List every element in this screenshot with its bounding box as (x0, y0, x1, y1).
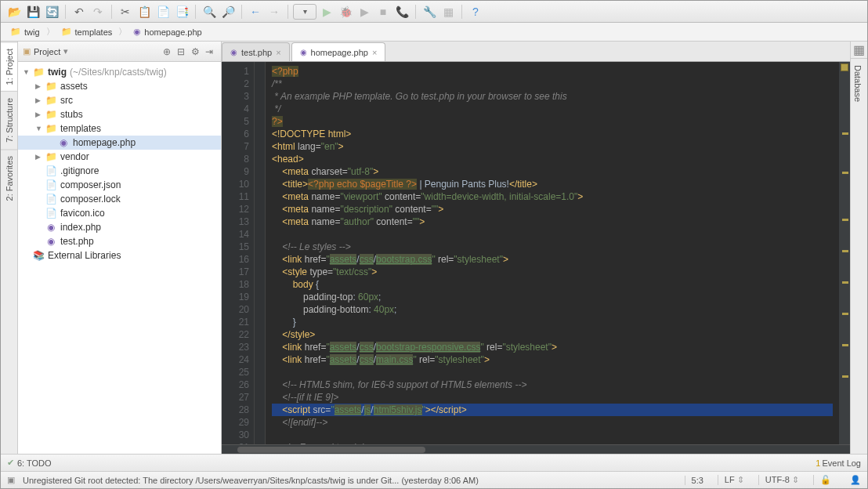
side-tab-favorites[interactable]: 2: Favorites (1, 149, 17, 207)
stop-icon[interactable]: ■ (374, 3, 392, 20)
analysis-status-icon[interactable] (841, 63, 848, 71)
layout-icon[interactable]: ▦ (439, 3, 457, 20)
tree-arrow-icon[interactable]: ▼ (35, 125, 45, 132)
find-replace-icon[interactable]: 🔎 (219, 3, 237, 20)
close-icon[interactable]: × (276, 48, 280, 57)
project-panel-header: ▣ Project ▾ ⊕ ⊟ ⚙ ⇥ (18, 42, 221, 62)
tree-item[interactable]: ◉homepage.php (18, 136, 221, 150)
tree-item[interactable]: ▶📁stubs (18, 107, 221, 121)
tree-item[interactable]: 📄.gitignore (18, 164, 221, 178)
tree-item[interactable]: 📄composer.lock (18, 192, 221, 206)
breadcrumb-item[interactable]: 📁twig (5, 25, 45, 38)
editor-tab[interactable]: ◉homepage.php× (291, 42, 386, 61)
folder-icon: 📁 (32, 67, 45, 78)
tree-label: templates (60, 123, 101, 134)
gear-icon[interactable]: ⚙ (188, 45, 202, 59)
event-log-tab[interactable]: Event Log (822, 458, 861, 468)
help-icon[interactable]: ? (467, 3, 484, 20)
paste-icon[interactable]: 📄 (154, 3, 172, 20)
tree-arrow-icon[interactable]: ▶ (35, 96, 45, 104)
tree-label: External Libraries (48, 250, 121, 261)
tree-item[interactable]: 📄composer.json (18, 178, 221, 192)
forward-icon[interactable]: → (266, 3, 283, 20)
run-config-dropdown[interactable]: ▾ (293, 4, 316, 20)
tree-item[interactable]: ◉test.php (18, 234, 221, 248)
run-icon[interactable]: ▶ (318, 3, 335, 20)
tree-item[interactable]: 📚External Libraries (18, 248, 221, 263)
listen-icon[interactable]: 📞 (393, 3, 410, 20)
warning-mark[interactable] (842, 172, 848, 174)
side-tab-project[interactable]: 1: Project (1, 42, 17, 91)
folder-icon: 📁 (45, 123, 57, 134)
warning-mark[interactable] (842, 313, 848, 315)
tree-item[interactable]: 📄favicon.ico (18, 206, 221, 220)
close-icon[interactable]: × (372, 48, 377, 57)
breadcrumb-item[interactable]: 📁templates (56, 25, 118, 38)
tree-item[interactable]: ▶📁assets (18, 79, 221, 93)
tree-arrow-icon[interactable]: ▶ (35, 82, 45, 90)
code-content[interactable]: <?php/** * An example PHP template. Go t… (266, 62, 839, 444)
toolbar-sep (195, 5, 196, 19)
marker-bar[interactable] (839, 62, 850, 444)
library-icon: 📚 (32, 250, 45, 261)
warning-mark[interactable] (842, 132, 848, 135)
database-tab[interactable]: Database (851, 59, 865, 108)
undo-icon[interactable]: ↶ (71, 3, 88, 20)
main-toolbar: 📂 💾 🔄 ↶ ↷ ✂ 📋 📄 📑 🔍 🔎 ← → ▾ ▶ 🐞 ▶ ■ 📞 🔧 … (1, 1, 867, 23)
warning-mark[interactable] (842, 281, 848, 284)
lock-icon[interactable]: 🔓 (813, 475, 837, 485)
right-tool-gutter: ▦ Database (850, 42, 867, 454)
cut-icon[interactable]: ✂ (117, 3, 134, 20)
tree-arrow-icon[interactable]: ▶ (35, 153, 45, 161)
php-file-icon: ◉ (45, 236, 57, 247)
tree-item[interactable]: ▼📁twig(~/Sites/knp/casts/twig) (18, 65, 221, 79)
chevron-down-icon[interactable]: ▾ (63, 46, 68, 56)
code-editor[interactable]: 1234567891011121314151617181920212223242… (222, 62, 850, 444)
tools-icon[interactable]: 🔧 (421, 3, 438, 20)
folder-icon: 📁 (10, 27, 21, 37)
tree-label: stubs (60, 109, 83, 120)
redo-icon[interactable]: ↷ (89, 3, 107, 20)
project-tree[interactable]: ▼📁twig(~/Sites/knp/casts/twig)▶📁assets▶📁… (18, 62, 221, 454)
status-icon[interactable]: ▣ (7, 475, 15, 485)
warning-mark[interactable] (842, 219, 848, 221)
debug-icon[interactable]: 🐞 (337, 3, 354, 20)
tree-item[interactable]: ▶📁vendor (18, 150, 221, 164)
breadcrumb-item[interactable]: ◉homepage.php (128, 25, 206, 38)
line-gutter: 1234567891011121314151617181920212223242… (222, 62, 255, 444)
find-icon[interactable]: 🔍 (201, 3, 218, 20)
collapse-all-icon[interactable]: ⊟ (174, 45, 188, 59)
refresh-icon[interactable]: 🔄 (43, 3, 60, 20)
paste2-icon[interactable]: 📑 (173, 3, 190, 20)
back-icon[interactable]: ← (247, 3, 264, 20)
side-tab-structure[interactable]: 7: Structure (1, 91, 17, 149)
line-separator[interactable]: LF ⇕ (718, 475, 750, 485)
scroll-from-source-icon[interactable]: ⊕ (160, 45, 174, 59)
tree-item[interactable]: ◉index.php (18, 220, 221, 234)
warning-mark[interactable] (842, 375, 848, 378)
scrollbar-thumb[interactable] (237, 447, 425, 453)
tree-label: test.php (60, 236, 94, 247)
warning-mark[interactable] (842, 250, 848, 252)
tree-item[interactable]: ▶📁src (18, 93, 221, 107)
encoding[interactable]: UTF-8 ⇕ (758, 475, 805, 485)
coverage-icon[interactable]: ▶ (356, 3, 373, 20)
tree-arrow-icon[interactable]: ▶ (35, 110, 45, 118)
tree-arrow-icon[interactable]: ▼ (23, 68, 32, 76)
open-icon[interactable]: 📂 (5, 3, 23, 20)
fold-column[interactable] (255, 62, 266, 444)
hide-icon[interactable]: ⇥ (202, 45, 216, 59)
cursor-position[interactable]: 5:3 (685, 476, 710, 485)
tree-label: twig (48, 67, 67, 78)
tree-item[interactable]: ▼📁templates (18, 121, 221, 136)
horizontal-scrollbar[interactable] (222, 444, 850, 454)
editor-tab[interactable]: ◉test.php× (222, 42, 290, 61)
folder-icon: 📁 (45, 81, 57, 92)
warning-mark[interactable] (842, 344, 848, 346)
copy-icon[interactable]: 📋 (136, 3, 153, 20)
save-icon[interactable]: 💾 (24, 3, 42, 20)
hector-icon[interactable]: 👤 (845, 475, 861, 485)
right-gutter-icon[interactable]: ▦ (851, 42, 867, 59)
breadcrumb-label: twig (24, 27, 40, 37)
todo-tab[interactable]: 6: TODO (17, 458, 52, 468)
